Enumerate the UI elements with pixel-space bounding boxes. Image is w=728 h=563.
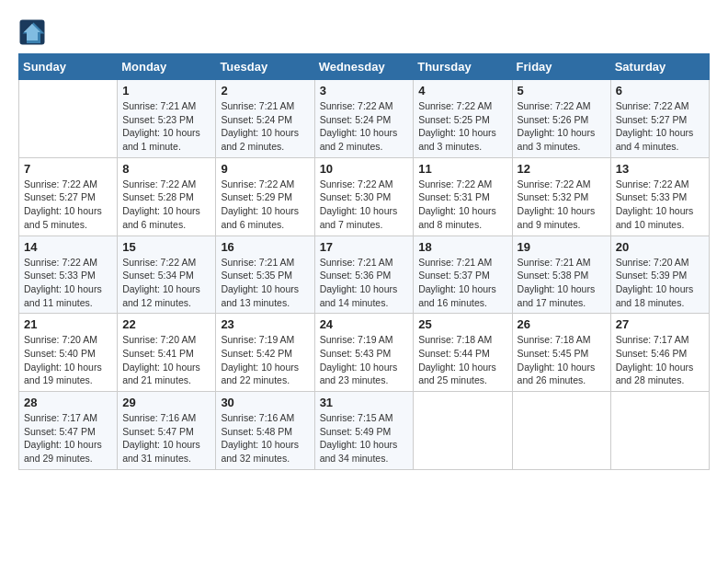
weekday-header-row: SundayMondayTuesdayWednesdayThursdayFrid… xyxy=(19,54,710,80)
day-number: 27 xyxy=(616,317,704,331)
calendar-cell xyxy=(610,392,709,470)
cell-content: Sunrise: 7:21 AM Sunset: 5:38 PM Dayligh… xyxy=(518,256,606,310)
cell-content: Sunrise: 7:18 AM Sunset: 5:45 PM Dayligh… xyxy=(518,333,606,387)
calendar-cell xyxy=(414,392,512,470)
calendar-cell: 12Sunrise: 7:22 AM Sunset: 5:32 PM Dayli… xyxy=(512,157,610,236)
day-number: 19 xyxy=(518,240,606,254)
calendar-cell xyxy=(19,80,118,158)
calendar-cell: 21Sunrise: 7:20 AM Sunset: 5:40 PM Dayli… xyxy=(19,314,118,392)
calendar-cell: 15Sunrise: 7:22 AM Sunset: 5:34 PM Dayli… xyxy=(118,236,216,314)
cell-content: Sunrise: 7:17 AM Sunset: 5:46 PM Dayligh… xyxy=(616,333,704,387)
weekday-header-thursday: Thursday xyxy=(414,54,512,80)
day-number: 24 xyxy=(320,317,409,331)
cell-content: Sunrise: 7:18 AM Sunset: 5:44 PM Dayligh… xyxy=(418,333,506,387)
calendar-cell: 10Sunrise: 7:22 AM Sunset: 5:30 PM Dayli… xyxy=(314,157,414,236)
day-number: 23 xyxy=(221,317,309,331)
day-number: 21 xyxy=(24,317,112,331)
day-number: 4 xyxy=(418,84,506,98)
cell-content: Sunrise: 7:22 AM Sunset: 5:28 PM Dayligh… xyxy=(122,178,210,232)
calendar-cell: 7Sunrise: 7:22 AM Sunset: 5:27 PM Daylig… xyxy=(19,157,118,236)
cell-content: Sunrise: 7:22 AM Sunset: 5:25 PM Dayligh… xyxy=(418,99,506,154)
day-number: 11 xyxy=(418,162,506,176)
cell-content: Sunrise: 7:20 AM Sunset: 5:40 PM Dayligh… xyxy=(24,333,112,387)
day-number: 18 xyxy=(418,240,506,254)
calendar-cell: 20Sunrise: 7:20 AM Sunset: 5:39 PM Dayli… xyxy=(610,236,709,314)
day-number: 31 xyxy=(320,396,409,409)
calendar-cell: 11Sunrise: 7:22 AM Sunset: 5:31 PM Dayli… xyxy=(414,157,512,236)
cell-content: Sunrise: 7:21 AM Sunset: 5:23 PM Dayligh… xyxy=(122,99,210,154)
cell-content: Sunrise: 7:21 AM Sunset: 5:35 PM Dayligh… xyxy=(221,256,309,310)
day-number: 1 xyxy=(122,84,210,98)
calendar-cell: 26Sunrise: 7:18 AM Sunset: 5:45 PM Dayli… xyxy=(512,314,610,392)
week-row-3: 21Sunrise: 7:20 AM Sunset: 5:40 PM Dayli… xyxy=(19,314,710,392)
cell-content: Sunrise: 7:22 AM Sunset: 5:31 PM Dayligh… xyxy=(418,178,506,232)
calendar-cell: 9Sunrise: 7:22 AM Sunset: 5:29 PM Daylig… xyxy=(216,157,314,236)
calendar-cell: 2Sunrise: 7:21 AM Sunset: 5:24 PM Daylig… xyxy=(216,80,314,158)
cell-content: Sunrise: 7:22 AM Sunset: 5:32 PM Dayligh… xyxy=(518,178,606,232)
weekday-header-friday: Friday xyxy=(512,54,610,80)
logo-icon xyxy=(18,18,46,46)
calendar-cell: 6Sunrise: 7:22 AM Sunset: 5:27 PM Daylig… xyxy=(610,80,709,158)
calendar-cell: 13Sunrise: 7:22 AM Sunset: 5:33 PM Dayli… xyxy=(610,157,709,236)
cell-content: Sunrise: 7:21 AM Sunset: 5:24 PM Dayligh… xyxy=(221,99,309,154)
day-number: 25 xyxy=(418,317,506,331)
cell-content: Sunrise: 7:21 AM Sunset: 5:36 PM Dayligh… xyxy=(320,256,409,310)
cell-content: Sunrise: 7:20 AM Sunset: 5:39 PM Dayligh… xyxy=(616,256,704,310)
day-number: 5 xyxy=(518,84,606,98)
day-number: 3 xyxy=(320,84,409,98)
cell-content: Sunrise: 7:22 AM Sunset: 5:26 PM Dayligh… xyxy=(518,99,606,154)
day-number: 15 xyxy=(122,240,210,254)
cell-content: Sunrise: 7:22 AM Sunset: 5:29 PM Dayligh… xyxy=(221,178,309,232)
cell-content: Sunrise: 7:20 AM Sunset: 5:41 PM Dayligh… xyxy=(122,333,210,387)
cell-content: Sunrise: 7:22 AM Sunset: 5:33 PM Dayligh… xyxy=(616,178,704,232)
calendar-cell: 16Sunrise: 7:21 AM Sunset: 5:35 PM Dayli… xyxy=(216,236,314,314)
calendar-cell: 4Sunrise: 7:22 AM Sunset: 5:25 PM Daylig… xyxy=(414,80,512,158)
cell-content: Sunrise: 7:21 AM Sunset: 5:37 PM Dayligh… xyxy=(418,256,506,310)
day-number: 6 xyxy=(616,84,704,98)
day-number: 20 xyxy=(616,240,704,254)
day-number: 9 xyxy=(221,162,309,176)
logo xyxy=(18,18,50,46)
day-number: 29 xyxy=(122,396,210,409)
day-number: 26 xyxy=(518,317,606,331)
day-number: 14 xyxy=(24,240,112,254)
cell-content: Sunrise: 7:19 AM Sunset: 5:42 PM Dayligh… xyxy=(221,333,309,387)
week-row-1: 7Sunrise: 7:22 AM Sunset: 5:27 PM Daylig… xyxy=(19,157,710,236)
calendar-cell: 28Sunrise: 7:17 AM Sunset: 5:47 PM Dayli… xyxy=(19,392,118,470)
calendar-cell: 5Sunrise: 7:22 AM Sunset: 5:26 PM Daylig… xyxy=(512,80,610,158)
calendar-cell: 17Sunrise: 7:21 AM Sunset: 5:36 PM Dayli… xyxy=(314,236,414,314)
weekday-header-monday: Monday xyxy=(118,54,216,80)
day-number: 30 xyxy=(221,396,309,409)
cell-content: Sunrise: 7:17 AM Sunset: 5:47 PM Dayligh… xyxy=(24,411,112,465)
cell-content: Sunrise: 7:16 AM Sunset: 5:47 PM Dayligh… xyxy=(122,411,210,465)
weekday-header-sunday: Sunday xyxy=(19,54,118,80)
day-number: 28 xyxy=(24,396,112,409)
calendar-cell xyxy=(512,392,610,470)
cell-content: Sunrise: 7:22 AM Sunset: 5:27 PM Dayligh… xyxy=(24,178,112,232)
header xyxy=(18,18,710,46)
calendar-cell: 31Sunrise: 7:15 AM Sunset: 5:49 PM Dayli… xyxy=(314,392,414,470)
cell-content: Sunrise: 7:19 AM Sunset: 5:43 PM Dayligh… xyxy=(320,333,409,387)
day-number: 17 xyxy=(320,240,409,254)
page-wrapper: SundayMondayTuesdayWednesdayThursdayFrid… xyxy=(18,18,710,470)
cell-content: Sunrise: 7:22 AM Sunset: 5:30 PM Dayligh… xyxy=(320,178,409,232)
calendar-cell: 8Sunrise: 7:22 AM Sunset: 5:28 PM Daylig… xyxy=(118,157,216,236)
week-row-4: 28Sunrise: 7:17 AM Sunset: 5:47 PM Dayli… xyxy=(19,392,710,470)
day-number: 12 xyxy=(518,162,606,176)
calendar-cell: 27Sunrise: 7:17 AM Sunset: 5:46 PM Dayli… xyxy=(610,314,709,392)
calendar-cell: 23Sunrise: 7:19 AM Sunset: 5:42 PM Dayli… xyxy=(216,314,314,392)
week-row-0: 1Sunrise: 7:21 AM Sunset: 5:23 PM Daylig… xyxy=(19,80,710,158)
calendar-cell: 1Sunrise: 7:21 AM Sunset: 5:23 PM Daylig… xyxy=(118,80,216,158)
day-number: 2 xyxy=(221,84,309,98)
day-number: 7 xyxy=(24,162,112,176)
cell-content: Sunrise: 7:22 AM Sunset: 5:24 PM Dayligh… xyxy=(320,99,409,154)
calendar-cell: 14Sunrise: 7:22 AM Sunset: 5:33 PM Dayli… xyxy=(19,236,118,314)
calendar-cell: 3Sunrise: 7:22 AM Sunset: 5:24 PM Daylig… xyxy=(314,80,414,158)
calendar-cell: 22Sunrise: 7:20 AM Sunset: 5:41 PM Dayli… xyxy=(118,314,216,392)
calendar-cell: 30Sunrise: 7:16 AM Sunset: 5:48 PM Dayli… xyxy=(216,392,314,470)
cell-content: Sunrise: 7:22 AM Sunset: 5:27 PM Dayligh… xyxy=(616,99,704,154)
calendar-cell: 29Sunrise: 7:16 AM Sunset: 5:47 PM Dayli… xyxy=(118,392,216,470)
cell-content: Sunrise: 7:22 AM Sunset: 5:33 PM Dayligh… xyxy=(24,256,112,310)
calendar-cell: 24Sunrise: 7:19 AM Sunset: 5:43 PM Dayli… xyxy=(314,314,414,392)
calendar-cell: 25Sunrise: 7:18 AM Sunset: 5:44 PM Dayli… xyxy=(414,314,512,392)
